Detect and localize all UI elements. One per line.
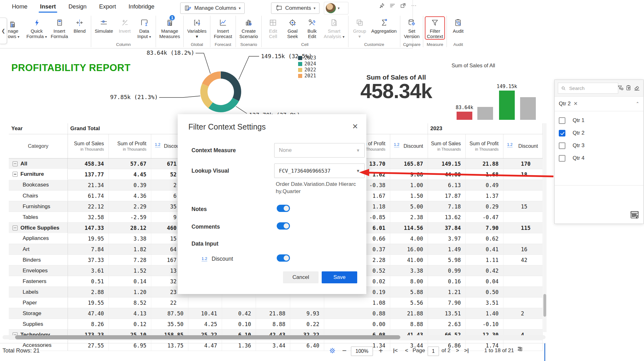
filter-settings-icon[interactable] bbox=[617, 85, 624, 91]
cell[interactable]: 3.97 bbox=[428, 233, 465, 244]
cell[interactable]: 5.00 bbox=[390, 201, 428, 212]
cell[interactable]: 7.18 bbox=[428, 201, 465, 212]
cell[interactable]: 37.33 bbox=[68, 255, 108, 265]
cell[interactable]: 7.28 bbox=[108, 255, 151, 265]
row-label[interactable]: Supplies bbox=[9, 319, 68, 330]
horizontal-scrollbar-thumb[interactable] bbox=[15, 335, 400, 339]
zoom-out-button[interactable]: − bbox=[342, 346, 347, 355]
cell[interactable]: 0.62 bbox=[465, 233, 503, 244]
tab-design[interactable]: Design bbox=[68, 3, 87, 13]
account-menu[interactable]: ▾ bbox=[324, 2, 348, 14]
bar-2024[interactable] bbox=[520, 97, 536, 120]
cell[interactable] bbox=[256, 297, 290, 308]
row-label[interactable]: Bookcases bbox=[9, 180, 68, 191]
cell[interactable] bbox=[503, 276, 542, 287]
cell[interactable]: 57.67 bbox=[108, 158, 151, 169]
cell[interactable]: 47.40 bbox=[68, 308, 108, 319]
cell[interactable]: -2.59 bbox=[108, 212, 151, 223]
collapse-row-icon[interactable] bbox=[13, 225, 18, 230]
cell[interactable]: 21.88 bbox=[390, 308, 428, 319]
row-label[interactable]: Tables bbox=[9, 212, 68, 223]
cell[interactable]: 0.42 bbox=[222, 308, 256, 319]
settings-gear-icon[interactable] bbox=[328, 347, 336, 355]
aggregation-button[interactable]: Aggregation bbox=[369, 16, 399, 34]
goal-seek-button[interactable]: GoalSeek bbox=[283, 16, 302, 40]
cell[interactable]: 22.12 bbox=[68, 201, 108, 212]
ribbon-collapse-chevron-icon[interactable]: ⌄ bbox=[405, 42, 409, 48]
row-label[interactable]: Furnishings bbox=[9, 201, 68, 212]
data-input-button[interactable]: DataInput ▾ bbox=[135, 16, 154, 40]
cell[interactable]: 8.88 bbox=[256, 319, 290, 330]
insert-formula-button[interactable]: InsertFormula bbox=[49, 16, 70, 40]
first-page-button[interactable]: |< bbox=[393, 347, 398, 354]
cell[interactable]: 22 bbox=[151, 297, 188, 308]
collapse-panel-button[interactable]: ❮ bbox=[0, 18, 7, 44]
lookup-visual-select[interactable]: FCV_1736406966537 ▼ bbox=[274, 164, 365, 178]
cell[interactable]: 21.88 bbox=[256, 308, 290, 319]
cell[interactable]: 115 bbox=[503, 223, 542, 233]
manage-rows-button-clipped[interactable]: nage ows ▾ bbox=[8, 17, 22, 46]
cell[interactable]: 1.21 bbox=[428, 287, 465, 297]
cell[interactable]: -0.10 bbox=[465, 319, 503, 330]
cell[interactable]: 61.74 bbox=[68, 191, 108, 201]
cell[interactable] bbox=[503, 212, 542, 223]
cell[interactable]: 8.88 bbox=[390, 319, 428, 330]
cell[interactable]: 35.50 bbox=[151, 319, 188, 330]
set-version-button[interactable]: SetVersion bbox=[402, 16, 421, 40]
cell[interactable] bbox=[188, 297, 222, 308]
create-scenario-button[interactable]: CreateScenario bbox=[237, 16, 260, 40]
cell[interactable] bbox=[290, 297, 324, 308]
cell[interactable]: 3.38 bbox=[108, 233, 151, 244]
close-icon[interactable]: ✕ bbox=[352, 122, 358, 131]
blend-button[interactable]: Blend bbox=[70, 16, 89, 34]
cell[interactable]: 1.08 bbox=[324, 297, 390, 308]
calendar-filter-icon[interactable] bbox=[630, 210, 639, 219]
search-box[interactable] bbox=[558, 83, 618, 94]
search-input[interactable] bbox=[569, 85, 608, 92]
cell[interactable]: 1.11 bbox=[465, 255, 503, 265]
cell[interactable]: 4.45 bbox=[108, 169, 151, 180]
cell[interactable]: 0.88 bbox=[324, 308, 390, 319]
cell[interactable] bbox=[222, 297, 256, 308]
cell[interactable]: 114.56 bbox=[390, 223, 428, 233]
cell[interactable]: 87.50 bbox=[151, 308, 188, 319]
last-page-button[interactable]: >| bbox=[464, 347, 469, 354]
comments-toggle[interactable] bbox=[277, 222, 290, 230]
cell[interactable] bbox=[503, 191, 542, 201]
cell[interactable]: 16 bbox=[503, 244, 542, 255]
cell[interactable]: 9.93 bbox=[290, 308, 324, 319]
cell[interactable]: 5.98 bbox=[428, 255, 465, 265]
cell[interactable] bbox=[503, 319, 542, 330]
cell[interactable]: -0.47 bbox=[465, 212, 503, 223]
cell[interactable]: 5.88 bbox=[390, 287, 428, 297]
cell[interactable] bbox=[503, 233, 542, 244]
next-page-button[interactable]: > bbox=[456, 347, 459, 354]
cell[interactable]: 0.22 bbox=[290, 319, 324, 330]
cell[interactable]: 2.38 bbox=[390, 212, 428, 223]
row-label[interactable]: Storage bbox=[9, 308, 68, 319]
cell[interactable]: 21.34 bbox=[68, 180, 108, 191]
legend-label-2024[interactable]: 2024 bbox=[304, 61, 316, 67]
cell[interactable] bbox=[503, 297, 542, 308]
donut-slice-2024[interactable] bbox=[211, 99, 236, 108]
cell[interactable]: 5.56 bbox=[390, 297, 428, 308]
cell[interactable]: 0.41 bbox=[465, 244, 503, 255]
cell[interactable]: 1.20 bbox=[108, 287, 151, 297]
discount-toggle[interactable] bbox=[277, 254, 290, 262]
edit-cell-button[interactable]: EditCell bbox=[263, 16, 283, 40]
context-measure-select[interactable]: None ▼ bbox=[274, 143, 365, 158]
cell[interactable]: 16.00 bbox=[390, 244, 428, 255]
row-label[interactable]: Binders bbox=[9, 255, 68, 265]
save-button[interactable]: Save bbox=[322, 271, 357, 283]
filter-option-label[interactable]: Qtr 4 bbox=[573, 155, 585, 161]
page-number-input[interactable]: 1 bbox=[428, 347, 439, 356]
cell[interactable]: 37.84 bbox=[428, 223, 465, 233]
row-label[interactable]: Chairs bbox=[9, 191, 68, 201]
cell[interactable]: 3.38 bbox=[390, 265, 428, 276]
cell[interactable]: 0.99 bbox=[428, 265, 465, 276]
cell[interactable]: 0.04 bbox=[465, 276, 503, 287]
filter-option-label[interactable]: Qtr 1 bbox=[573, 117, 585, 124]
cell[interactable]: 147.33 bbox=[68, 223, 108, 233]
simulate-button[interactable]: Simulate bbox=[93, 16, 115, 34]
variables-button[interactable]: Variables▾ bbox=[185, 16, 208, 40]
